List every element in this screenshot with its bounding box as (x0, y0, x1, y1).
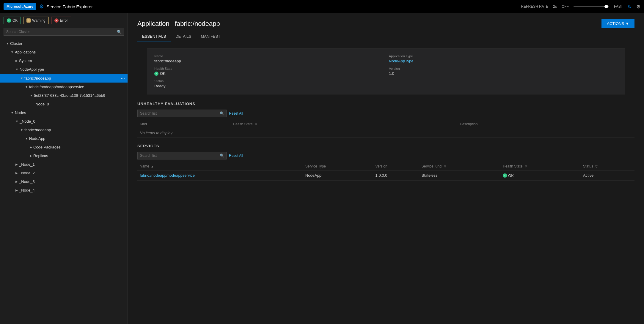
services-col-kind: Service Kind ▽ (419, 162, 500, 170)
tree-item-node0[interactable]: ▼_Node_0 (0, 117, 128, 126)
tree-item-node0_app[interactable]: ▼fabric:/nodeapp (0, 126, 128, 134)
services-status-filter-icon[interactable]: ▽ (595, 165, 598, 168)
services-search-input[interactable] (137, 152, 227, 159)
chevron-icon-replicas: ▶ (30, 154, 32, 157)
refresh-rate-value: 2s (553, 4, 557, 9)
actions-button[interactable]: ACTIONS ▼ (601, 19, 634, 28)
unhealthy-search-bar: 🔍 Reset All (137, 110, 634, 117)
app-type-field: Application Type NodeAppType (389, 54, 618, 63)
essentials-panel: Name fabric:/nodeapp Health State ✓ OK S… (147, 48, 625, 94)
warning-button[interactable]: ⚠ Warning (23, 17, 48, 24)
tree-label-cluster: Cluster (10, 41, 22, 46)
tab-essentials[interactable]: ESSENTIALS (137, 32, 171, 42)
unhealthy-search-icon: 🔍 (220, 111, 224, 116)
tree-row-system: ▶System (0, 58, 128, 64)
unhealthy-title: UNHEALTHY EVALUATIONS (137, 102, 634, 106)
services-reset-link[interactable]: Reset All (229, 154, 243, 158)
tree-item-nodeapptype[interactable]: ▼NodeAppType (0, 65, 128, 74)
status-field: Status Ready (154, 79, 383, 88)
tree-label-fabricnodeapp: fabric:/nodeapp (24, 76, 51, 80)
health-state-value: ✓ OK (154, 71, 383, 76)
version-value: 1.0 (389, 71, 618, 76)
tree-label-nodeapptype: NodeAppType (20, 67, 44, 72)
name-sort-icon[interactable]: ▲ (151, 165, 154, 168)
tree-label-node0_app: fabric:/nodeapp (24, 128, 51, 132)
service-version-cell: 1.0.0.0 (373, 170, 419, 181)
status-label: Status (154, 79, 383, 83)
health-state-field: Health State ✓ OK (154, 67, 383, 76)
tree-item-applications[interactable]: ▼Applications (0, 48, 128, 56)
health-ok-text: OK (160, 71, 166, 76)
service-health-ok-icon: ✓ (503, 173, 507, 178)
refresh-icon[interactable]: ↻ (628, 4, 632, 10)
health-ok-icon: ✓ (154, 72, 158, 76)
tree-item-cluster[interactable]: ▼Cluster (0, 39, 128, 48)
health-filter-icon[interactable]: ▽ (255, 123, 257, 126)
ok-label: OK (12, 18, 18, 23)
search-cluster-input[interactable] (4, 28, 124, 36)
layout: ✓ OK ⚠ Warning ✕ Error 🔍 ▼Cluster▼Applic… (0, 13, 644, 324)
col-kind: Kind (137, 120, 231, 128)
tree-item-nodes[interactable]: ▼Nodes (0, 108, 128, 117)
topbar: Microsoft Azure ⚙ Service Fabric Explore… (0, 0, 644, 13)
chevron-down-icon: ▼ (625, 21, 629, 26)
unhealthy-search-input[interactable] (137, 110, 227, 117)
service-name-cell: fabric:/nodeapp/nodeappservice (137, 170, 303, 181)
tree-row-nodeapp_pkg: ▼NodeApp (0, 135, 128, 142)
tree-item-nodeapp_pkg[interactable]: ▼NodeApp (0, 134, 128, 143)
tree-item-node2[interactable]: ▶_Node_2 (0, 169, 128, 177)
page-type: Application (137, 20, 169, 27)
name-field: Name fabric:/nodeapp (154, 54, 383, 63)
tree-row-replicas: ▶Replicas (0, 153, 128, 159)
unhealthy-search-wrap: 🔍 (137, 110, 227, 117)
tree-label-node3: _Node_3 (19, 179, 35, 184)
refresh-slider[interactable] (574, 6, 609, 7)
tab-details[interactable]: DETAILS (171, 32, 196, 42)
services-health-filter-icon[interactable]: ▽ (525, 165, 527, 168)
warning-icon: ⚠ (26, 18, 31, 23)
app-type-value[interactable]: NodeAppType (389, 59, 618, 63)
tree-row-node0_rep: _Node_0 (0, 101, 128, 107)
version-field: Version 1.0 (389, 67, 618, 76)
unhealthy-section: UNHEALTHY EVALUATIONS 🔍 Reset All Kind H… (137, 102, 634, 138)
tree-item-system[interactable]: ▶System (0, 56, 128, 65)
tree-row-node0: ▼_Node_0 (0, 118, 128, 124)
tree-label-nodeapp_pkg: NodeApp (29, 136, 45, 141)
essentials-left: Name fabric:/nodeapp Health State ✓ OK S… (154, 54, 383, 88)
chevron-icon-nodes: ▼ (11, 111, 14, 114)
chevron-icon-node2: ▶ (15, 171, 18, 175)
tree-item-node0_rep[interactable]: _Node_0 (0, 100, 128, 108)
essentials-right: Application Type NodeAppType Version 1.0 (389, 54, 618, 88)
tree-item-fabricnodeapp[interactable]: ▼fabric:/nodeapp··· (0, 74, 128, 83)
chevron-icon-guid: ▼ (30, 94, 33, 97)
name-value: fabric:/nodeapp (154, 59, 383, 63)
tab-manifest[interactable]: MANIFEST (196, 32, 225, 42)
chevron-icon-nodeapp_pkg: ▼ (25, 137, 28, 140)
unhealthy-reset-link[interactable]: Reset All (229, 111, 243, 116)
service-name-link[interactable]: fabric:/nodeapp/nodeappservice (140, 173, 195, 178)
services-col-name: Name ▲ (137, 162, 303, 170)
settings-icon[interactable]: ⚙ (636, 4, 640, 10)
topbar-left: Microsoft Azure ⚙ Service Fabric Explore… (4, 3, 93, 10)
refresh-rate-label: REFRESH RATE (521, 4, 549, 9)
version-label: Version (389, 67, 618, 70)
chevron-icon-node1: ▶ (15, 163, 18, 166)
ok-button[interactable]: ✓ OK (4, 17, 21, 24)
tree-item-node1[interactable]: ▶_Node_1 (0, 160, 128, 169)
tree-row-node2: ▶_Node_2 (0, 170, 128, 176)
tree-dots-fabricnodeapp[interactable]: ··· (121, 76, 125, 80)
search-cluster-container: 🔍 (0, 28, 128, 38)
tree-item-node4[interactable]: ▶_Node_4 (0, 186, 128, 195)
error-button[interactable]: ✕ Error (51, 17, 71, 24)
tree-row-fabricnodeapp: ▼fabric:/nodeapp··· (0, 75, 128, 81)
service-kind-filter-icon[interactable]: ▽ (444, 165, 446, 168)
tree-item-fabricnodeappservice[interactable]: ▼fabric:/nodeapp/nodeappservice (0, 83, 128, 91)
tree-item-replicas[interactable]: ▶Replicas (0, 151, 128, 160)
tree-item-guid[interactable]: ▼5ef23f37-633c-43ac-a138-7e15314a6bb9 (0, 91, 128, 100)
tree-item-node3[interactable]: ▶_Node_3 (0, 177, 128, 186)
chevron-icon-node0_app: ▼ (20, 128, 23, 132)
tree-item-code_pkgs[interactable]: ▶Code Packages (0, 143, 128, 151)
tree: ▼Cluster▼Applications▶System▼NodeAppType… (0, 38, 128, 324)
slider-thumb[interactable] (604, 5, 608, 8)
tree-row-nodeapptype: ▼NodeAppType (0, 66, 128, 72)
